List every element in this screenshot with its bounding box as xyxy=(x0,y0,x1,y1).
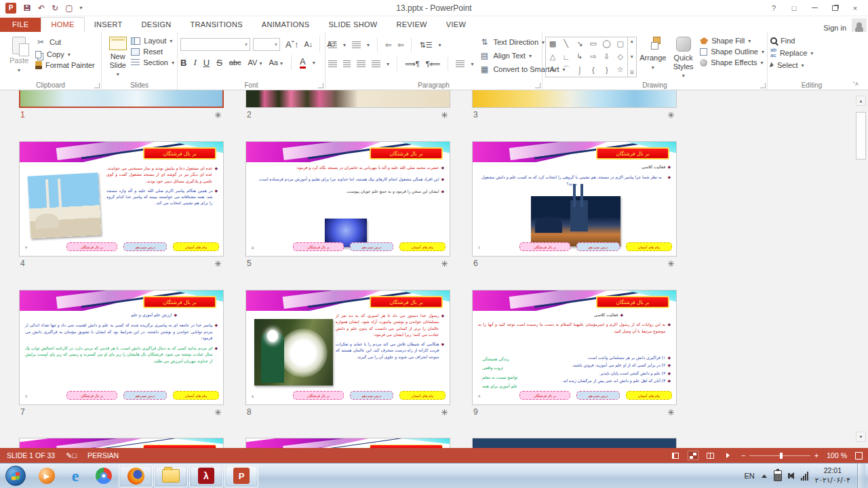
slide-show-button[interactable] xyxy=(724,451,733,459)
slide-thumbnail-10[interactable] xyxy=(19,438,224,448)
collapse-ribbon-button[interactable]: ˇ˄ xyxy=(853,81,859,88)
slide-thumbnail-7[interactable]: بر بال فرشتگان ◆ارزش علم آموزی و علم ◆پی… xyxy=(19,290,224,419)
nav-button-payamhaye-asman[interactable]: پیام های آسمان xyxy=(626,242,672,251)
align-right-button[interactable] xyxy=(357,60,366,67)
acrobat-taskbar-button[interactable]: λ xyxy=(189,465,223,487)
explorer-taskbar-button[interactable] xyxy=(154,465,188,487)
shapes-gallery[interactable]: ▩╲↘▭◯▢ △∟↳⇨⇩◇ ∿⌒⌡{}☆ ▲▼☰ xyxy=(545,37,637,77)
firefox-taskbar-button[interactable] xyxy=(119,465,153,487)
new-slide-button[interactable]: New Slide▾ xyxy=(104,34,131,80)
increase-font-size-button[interactable]: Aˇ↑ xyxy=(285,39,299,50)
decrease-indent-button[interactable]: ⇦ xyxy=(385,41,391,50)
ltr-direction-button[interactable]: ⟹¶ xyxy=(405,60,420,69)
nav-button-payamhaye-asman[interactable]: پیام های آسمان xyxy=(399,391,446,400)
nav-button-lesson-title[interactable]: بر بال فرشتگان xyxy=(519,242,570,251)
section-button[interactable]: Section ▾ xyxy=(131,58,174,67)
slide-thumbnail-3[interactable]: 3 xyxy=(472,90,677,121)
fit-to-window-button[interactable] xyxy=(855,452,863,459)
character-spacing-button[interactable]: AV ▾ xyxy=(248,58,262,67)
quick-styles-button[interactable]: Quick Styles▾ xyxy=(669,34,697,80)
chrome-taskbar-icon[interactable] xyxy=(94,466,114,486)
internet-explorer-taskbar-icon[interactable]: e xyxy=(65,466,85,486)
layout-button[interactable]: Layout ▾ xyxy=(131,37,174,45)
zoom-out-button[interactable]: − xyxy=(741,451,745,459)
nav-button-payamhaye-asman[interactable]: پیام های آسمان xyxy=(399,242,446,251)
ribbon-display-options-button[interactable]: □ xyxy=(785,2,803,14)
language-indicator-tray[interactable]: EN xyxy=(745,472,755,480)
drawing-dialog-launcher[interactable] xyxy=(760,83,766,88)
clock[interactable]: 22:01 ۲۰۲۱/۰۶/۰۴ xyxy=(815,466,850,485)
scroll-down-button[interactable]: ▼ xyxy=(856,432,866,442)
font-color-dropdown[interactable]: ▾ xyxy=(313,60,315,66)
nav-button-lesson-title[interactable]: بر بال فرشتگان xyxy=(519,391,570,400)
nav-button-lesson-13[interactable]: درس سیزدهم xyxy=(576,391,620,400)
zoom-slider-thumb[interactable] xyxy=(780,453,783,459)
arrange-button[interactable]: Arrange▾ xyxy=(637,34,669,80)
strikethrough-button[interactable]: S xyxy=(216,58,222,68)
slide-thumbnail-4[interactable]: بر بال فرشتگان ◆عده ای مشغول دعا و نیایش… xyxy=(19,141,224,270)
speaker-icon[interactable] xyxy=(789,472,794,479)
zoom-in-button[interactable]: + xyxy=(814,451,818,459)
show-hidden-icons-button[interactable] xyxy=(762,474,767,478)
numbering-button[interactable] xyxy=(352,41,361,48)
decrease-font-size-button[interactable]: A↓ xyxy=(304,40,313,48)
font-color-button[interactable]: A xyxy=(300,56,306,69)
zoom-level[interactable]: 100 % xyxy=(827,451,847,459)
normal-view-button[interactable] xyxy=(671,451,680,459)
cut-button[interactable]: ✂Cut xyxy=(35,37,95,48)
bullets-button[interactable] xyxy=(328,41,337,48)
show-desktop-button[interactable] xyxy=(857,464,865,488)
justify-button[interactable] xyxy=(372,60,380,67)
network-signal-icon[interactable] xyxy=(801,472,808,481)
tab-file[interactable]: FILE xyxy=(0,18,41,32)
tab-view[interactable]: VIEW xyxy=(437,18,475,32)
find-button[interactable]: Find xyxy=(770,37,813,45)
customize-qat-icon[interactable]: ▾ xyxy=(79,5,82,11)
align-center-button[interactable] xyxy=(343,60,351,67)
start-button[interactable] xyxy=(5,466,26,486)
nav-button-lesson-title[interactable]: بر بال فرشتگان xyxy=(293,242,344,251)
font-name-select[interactable]: ▾ xyxy=(180,38,250,51)
format-painter-button[interactable]: Format Painter xyxy=(35,61,95,69)
zoom-slider[interactable] xyxy=(749,455,810,456)
sign-in-link[interactable]: Sign in xyxy=(823,24,852,32)
slide-sorter-view-button[interactable] xyxy=(688,451,698,459)
powerpoint-taskbar-button[interactable]: P xyxy=(224,465,258,487)
font-size-select[interactable]: ▾ xyxy=(253,38,280,51)
media-player-taskbar-icon[interactable]: ▶ xyxy=(37,466,57,486)
nav-button-lesson-13[interactable]: درس سیزدهم xyxy=(123,242,167,251)
shape-outline-button[interactable]: Shape Outline ▾ xyxy=(700,48,764,56)
text-shadow-button[interactable]: abc xyxy=(229,58,241,67)
tab-slide-show[interactable]: SLIDE SHOW xyxy=(319,18,387,32)
slide-thumbnail-9[interactable]: بر بال فرشتگان ◆فعالیت کلاسی ◆به این روا… xyxy=(472,290,677,419)
tab-insert[interactable]: INSERT xyxy=(85,18,132,32)
tab-home[interactable]: HOME xyxy=(41,17,84,32)
copy-button[interactable]: Copy ▾ xyxy=(35,50,95,58)
increase-indent-button[interactable]: ⇦ xyxy=(397,41,403,50)
bold-button[interactable]: B xyxy=(180,58,186,68)
tab-design[interactable]: DESIGN xyxy=(132,18,181,32)
align-left-button[interactable] xyxy=(328,60,337,67)
close-button[interactable]: × xyxy=(846,2,864,14)
slide-thumbnail-2[interactable]: 2 xyxy=(245,90,450,121)
scroll-up-button[interactable]: ▲ xyxy=(856,96,866,106)
tab-animations[interactable]: ANIMATIONS xyxy=(252,18,319,32)
tab-transitions[interactable]: TRANSITIONS xyxy=(181,18,252,32)
slide-thumbnail-12[interactable] xyxy=(472,438,677,448)
nav-button-lesson-13[interactable]: درس سیزدهم xyxy=(350,242,393,251)
nav-button-lesson-title[interactable]: بر بال فرشتگان xyxy=(66,242,117,251)
paragraph-dialog-launcher[interactable] xyxy=(535,83,540,88)
nav-button-payamhaye-asman[interactable]: پیام های آسمان xyxy=(173,391,219,400)
language-indicator[interactable]: PERSIAN xyxy=(87,451,119,459)
minimize-button[interactable] xyxy=(806,2,823,14)
nav-button-lesson-title[interactable]: بر بال فرشتگان xyxy=(293,391,344,400)
shape-effects-button[interactable]: Shape Effects ▾ xyxy=(700,58,764,67)
columns-button[interactable] xyxy=(456,60,465,67)
scrollbar-thumb[interactable] xyxy=(856,112,866,159)
change-case-button[interactable]: Aa ▾ xyxy=(269,58,283,67)
slide-thumbnail-11[interactable] xyxy=(245,438,450,448)
restore-button[interactable] xyxy=(826,2,844,14)
select-button[interactable]: Select ▾ xyxy=(770,61,813,69)
help-button[interactable]: ? xyxy=(765,2,783,14)
slide-thumbnail-1[interactable]: 1 xyxy=(19,90,224,121)
